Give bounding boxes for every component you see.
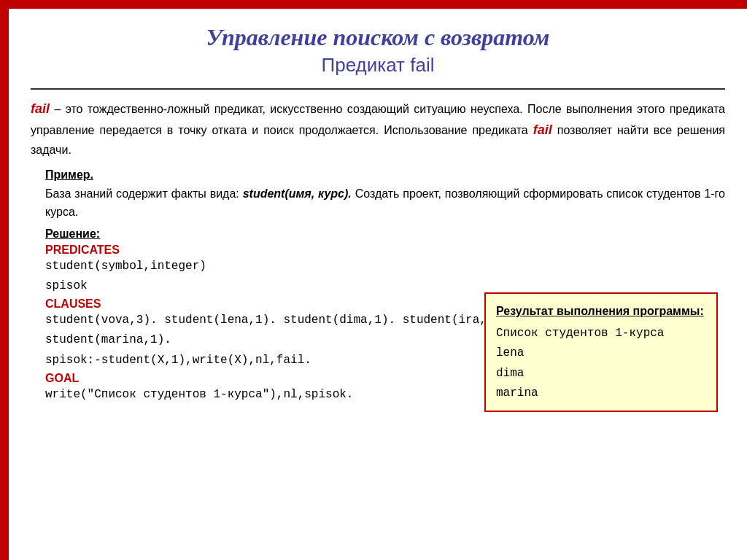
top-bar-decoration bbox=[0, 0, 747, 9]
result-line-2: lena bbox=[496, 343, 706, 363]
bottom-section: student(vova,3). student(lena,1). studen… bbox=[45, 311, 725, 405]
left-bar-decoration bbox=[0, 9, 9, 560]
example-text-before: База знаний содержит факты вида: bbox=[45, 187, 243, 200]
example-text: База знаний содержит факты вида: student… bbox=[45, 184, 725, 222]
solution-title: Решение: bbox=[45, 228, 725, 241]
result-line-1: Список студентов 1-курса bbox=[496, 324, 706, 343]
fail-keyword-inline: fail bbox=[533, 122, 552, 137]
page-title-sub: Предикат fail bbox=[31, 54, 725, 77]
result-title: Результат выполнения программы: bbox=[496, 301, 706, 321]
page-title-main: Управление поиском с возвратом bbox=[31, 23, 725, 51]
result-line-3: dima bbox=[496, 364, 706, 384]
result-box: Результат выполнения программы: Список с… bbox=[484, 292, 718, 412]
predicates-keyword: PREDICATES bbox=[45, 244, 725, 257]
title-divider bbox=[31, 88, 725, 90]
fail-keyword-intro: fail bbox=[31, 101, 50, 116]
slide: Управление поиском с возвратом Предикат … bbox=[0, 0, 747, 560]
example-section: Пример. База знаний содержит факты вида:… bbox=[45, 168, 725, 405]
intro-paragraph: fail – это тождественно-ложный предикат,… bbox=[31, 98, 725, 159]
example-fact: student(имя, курс). bbox=[243, 187, 352, 200]
content-area: Управление поиском с возвратом Предикат … bbox=[9, 9, 747, 560]
example-title: Пример. bbox=[45, 168, 725, 182]
result-line-4: marina bbox=[496, 384, 706, 403]
predicate-line-1: student(symbol,integer) bbox=[45, 257, 725, 276]
